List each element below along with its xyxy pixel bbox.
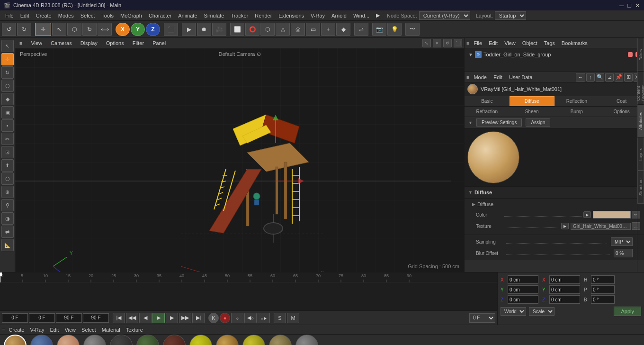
coord-x-input[interactable]	[508, 275, 538, 284]
titlebar-controls[interactable]: ─ □ ✕	[619, 2, 640, 9]
prev-frame-btn[interactable]: ◀◀	[126, 313, 138, 323]
side-tab-layers[interactable]: Layers	[637, 137, 644, 171]
attr-search-btn[interactable]: 🔍	[596, 73, 604, 82]
render-view-btn[interactable]: 🎥	[212, 23, 226, 36]
menu-modes[interactable]: Modes	[55, 12, 77, 19]
null-btn[interactable]: +	[321, 23, 335, 36]
mat-menu-view[interactable]: View	[63, 327, 78, 333]
sidebar-scale-btn[interactable]: ⬡	[1, 80, 14, 92]
diffuse-expand[interactable]: ▼	[468, 190, 473, 195]
material-item-2[interactable]: Girl_Bod	[57, 335, 80, 345]
material-item-11[interactable]: Metal1_I	[295, 335, 318, 345]
obj-menu-file[interactable]: File	[471, 39, 484, 47]
coord-b-input[interactable]	[591, 295, 615, 304]
torus-btn[interactable]: ◎	[291, 23, 305, 36]
vp-menu-view[interactable]: View	[28, 39, 45, 47]
sidebar-edge-btn[interactable]: ▣	[1, 106, 14, 118]
tl-btn-next-key[interactable]: ⬦▶	[258, 313, 270, 323]
mat-menu-create[interactable]: Create	[7, 327, 26, 333]
attr-pin-btn[interactable]: 📌	[615, 73, 623, 82]
apply-button[interactable]: Apply	[614, 307, 641, 316]
material-item-7[interactable]: Plastic_Y	[189, 335, 212, 345]
play-btn[interactable]: ▶	[182, 23, 196, 36]
rotate-button[interactable]: ↻	[82, 23, 97, 36]
obj-menu-edit[interactable]: Edit	[486, 39, 500, 47]
sidebar-extrude-btn[interactable]: ⬆	[1, 159, 14, 172]
maximize-button[interactable]: □	[627, 2, 631, 9]
obj-menu-tags[interactable]: Tags	[542, 39, 557, 47]
preview-settings-button[interactable]: Preview Settings	[476, 118, 522, 127]
sidebar-bevel-btn[interactable]: ⬡	[1, 172, 14, 185]
z-axis-btn[interactable]: Z	[146, 23, 160, 36]
attr-back-btn[interactable]: ←	[576, 73, 585, 82]
tab-bump[interactable]: Bump	[555, 107, 599, 117]
frame-current-input[interactable]	[29, 313, 55, 323]
menu-simulate[interactable]: Simulate	[201, 12, 228, 19]
coord-ry-input[interactable]	[549, 285, 580, 294]
blur-offset-input[interactable]	[614, 249, 633, 257]
tl-btn-key2[interactable]: ⬦	[231, 313, 243, 323]
tab-reflection[interactable]: Reflection	[555, 96, 599, 106]
menu-vray[interactable]: V-Ray	[307, 12, 328, 19]
tl-btn-solo[interactable]: S	[274, 313, 286, 323]
frame-current-display[interactable]: 0 F	[469, 313, 495, 323]
sidebar-loop-btn[interactable]: ⊡	[1, 146, 14, 158]
tl-btn-prev-key[interactable]: ◀⬦	[244, 313, 257, 323]
attr-up-btn[interactable]: ↑	[586, 73, 595, 82]
undo-button[interactable]: ↺	[2, 23, 16, 36]
side-tab-takes[interactable]: Takes	[637, 38, 644, 71]
coord-y-input[interactable]	[508, 285, 538, 294]
mat-menu-vray[interactable]: V-Ray	[28, 327, 46, 333]
tab-refraction[interactable]: Refraction	[465, 107, 510, 117]
material-item-4[interactable]: Tire_Rub	[110, 335, 133, 345]
cone-btn[interactable]: △	[276, 23, 290, 36]
tl-btn-mute[interactable]: M	[287, 313, 299, 323]
material-item-0[interactable]: Girl_Hair	[4, 335, 27, 345]
color-arrow-btn[interactable]: ▶	[583, 211, 591, 218]
transform-btn[interactable]: ⬛	[164, 23, 178, 36]
vp-menu-options[interactable]: Options	[104, 39, 126, 47]
sampling-select[interactable]: MIP	[611, 237, 633, 246]
vp-nav-btn2[interactable]: ✦	[433, 39, 441, 47]
diffuse-sub-expand[interactable]: ▶	[472, 202, 475, 207]
expand-arrow-preview[interactable]: ▼	[468, 120, 473, 125]
vp-nav-btn1[interactable]: ⤡	[422, 39, 431, 47]
sidebar-rotate-btn[interactable]: ↻	[1, 66, 14, 79]
assign-button[interactable]: Assign	[526, 118, 550, 127]
menu-tools[interactable]: Tools	[98, 12, 117, 19]
obj-menu-bookmarks[interactable]: Bookmarks	[559, 39, 590, 47]
nodespace-select[interactable]: Current (V-Ray)	[419, 11, 470, 20]
next-1-btn[interactable]: ▶	[166, 313, 178, 323]
frame-end-input1[interactable]	[56, 313, 82, 323]
menu-animate[interactable]: Animate	[175, 12, 200, 19]
cylinder-btn[interactable]: ⬡	[260, 23, 275, 36]
sym-btn[interactable]: ⇌	[354, 23, 368, 36]
attr-mgr-icon[interactable]: ≡	[466, 74, 469, 80]
vp-nav-btn3[interactable]: ↺	[443, 39, 452, 47]
material-item-8[interactable]: Wood_M	[216, 335, 239, 345]
y-axis-btn[interactable]: Y	[131, 23, 145, 36]
menu-edit[interactable]: Edit	[17, 12, 33, 19]
close-button[interactable]: ✕	[635, 2, 640, 9]
layout-select[interactable]: Startup	[495, 11, 526, 20]
coord-h-input[interactable]	[591, 275, 615, 284]
tab-basic[interactable]: Basic	[465, 96, 510, 106]
sphere-btn[interactable]: ⭕	[245, 23, 259, 36]
vp-menu-cameras[interactable]: Cameras	[48, 39, 74, 47]
sidebar-point-btn[interactable]: •	[1, 119, 14, 132]
scale-select[interactable]: Scale	[529, 307, 555, 316]
tab-diffuse[interactable]: Diffuse	[510, 96, 555, 106]
sidebar-knife-btn[interactable]: ✂	[1, 133, 14, 145]
goto-start-btn[interactable]: |◀	[113, 313, 125, 323]
menu-character[interactable]: Character	[145, 12, 175, 19]
mat-menu-texture[interactable]: Texture	[124, 327, 145, 333]
polygon-btn[interactable]: ◆	[336, 23, 350, 36]
frame-end-input2[interactable]	[83, 313, 109, 323]
mat-menu-edit[interactable]: Edit	[48, 327, 61, 333]
material-item-6[interactable]: Plastic_G2	[163, 335, 186, 345]
attr-filter-btn[interactable]: ⊿	[605, 73, 614, 82]
material-item-3[interactable]: Fabric_M	[83, 335, 106, 345]
prev-1-btn[interactable]: ◀	[139, 313, 152, 323]
coord-p-input[interactable]	[591, 285, 615, 294]
material-item-10[interactable]: Rope_Mi	[269, 335, 292, 345]
